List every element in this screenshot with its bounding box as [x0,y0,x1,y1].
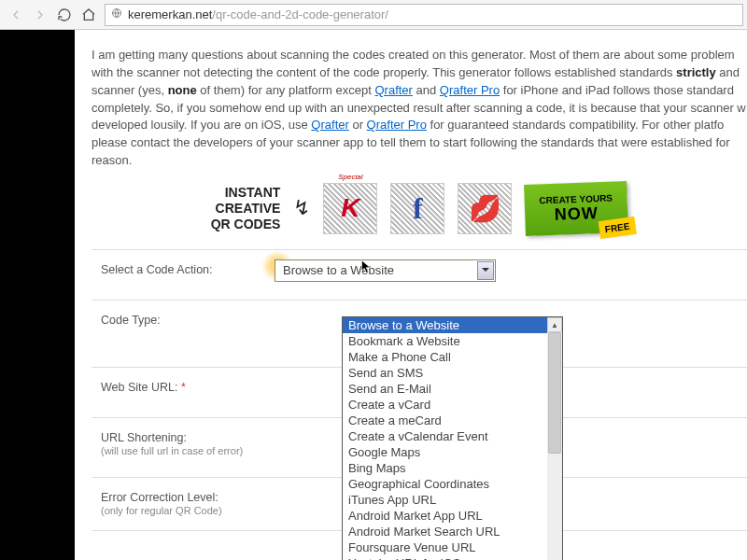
ad-banner[interactable]: INSTANT CREATIVE QR CODES ↯ Special CREA… [92,183,747,234]
ecc-label: Error Correction Level: (only for regula… [92,478,267,530]
dropdown-item[interactable]: Bing Maps [343,460,547,476]
select-value: Browse to a Website [283,263,394,277]
qrafter-pro-link[interactable]: Qrafter Pro [440,83,500,97]
intro-paragraph: I am getting many questions about scanni… [92,47,747,170]
dropdown-item[interactable]: Browse to a Website [343,317,547,333]
dropdown-item[interactable]: Make a Phone Call [343,349,547,365]
website-url-label: Web Site URL: * [92,368,267,417]
home-button[interactable] [77,3,101,27]
url-path: /qr-code-and-2d-code-generator/ [212,7,388,21]
globe-icon [111,7,122,21]
qrafter-link-2[interactable]: Qrafter [311,118,348,132]
dropdown-item[interactable]: Youtube URL for iOS [343,555,547,560]
dropdown-item[interactable]: Foursquare Venue URL [343,539,547,555]
dropdown-item[interactable]: Create a meCard [343,413,547,428]
dropdown-item[interactable]: Google Maps [343,444,547,460]
reload-button[interactable] [52,3,77,27]
dropdown-scrollbar[interactable]: ▲ ▼ [547,317,562,560]
code-action-label: Select a Code Action: [92,250,267,300]
forward-button[interactable] [28,3,52,27]
qr-thumb-f [390,183,444,234]
code-type-label: Code Type: [92,301,267,367]
scroll-up-icon[interactable]: ▲ [547,317,562,332]
arrow-icon: ↯ [293,196,310,220]
chevron-down-icon [477,261,494,280]
dropdown-item[interactable]: Bookmark a Website [343,333,547,349]
left-blackbar [0,30,75,560]
qr-thumb-kiss [458,183,512,234]
code-action-select[interactable]: Browse to a Website [275,259,496,282]
cta-button[interactable]: CREATE YOURS NOW FREE [524,181,628,236]
dropdown-item[interactable]: Android Market App URL [343,508,547,524]
address-bar[interactable]: keremerkan.net/qr-code-and-2d-code-gener… [105,4,743,26]
dropdown-item[interactable]: Create a vCalendar Event [343,428,547,444]
qr-thumb-k: Special [323,183,377,234]
dropdown-item[interactable]: Send an SMS [343,365,547,381]
dropdown-item[interactable]: iTunes App URL [343,492,547,508]
dropdown-item[interactable]: Create a vCard [343,397,547,413]
url-host: keremerkan.net [128,7,212,21]
dropdown-item[interactable]: Android Market Search URL [343,524,547,539]
qrafter-link[interactable]: Qrafter [374,83,412,97]
qrafter-pro-link-2[interactable]: Qrafter Pro [367,118,427,132]
dropdown-item[interactable]: Geographical Coordinates [343,476,547,492]
banner-text: INSTANT CREATIVE QR CODES [211,185,281,231]
code-action-dropdown[interactable]: Browse to a WebsiteBookmark a WebsiteMak… [342,316,563,560]
back-button[interactable] [4,3,28,27]
url-shortening-label: URL Shortening: (will use full url in ca… [92,418,267,477]
dropdown-item[interactable]: Send an E-Mail [343,381,547,397]
